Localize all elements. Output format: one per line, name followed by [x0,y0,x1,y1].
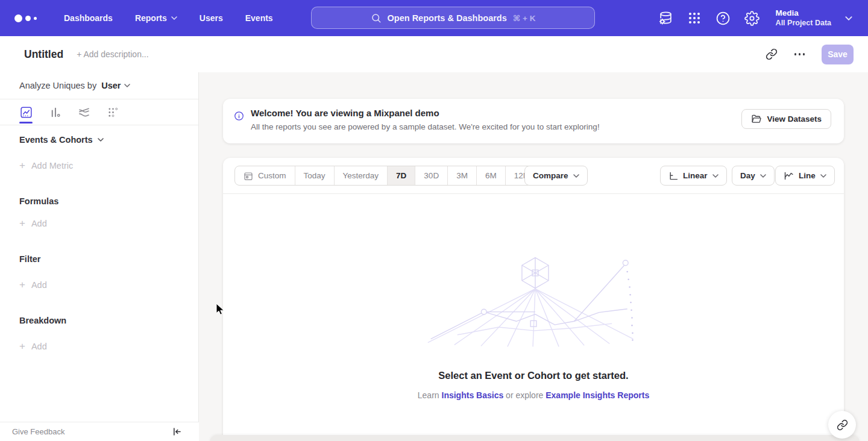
chart-type-dropdown[interactable]: Line [775,166,835,186]
analyze-label: Analyze Uniques by [19,81,96,90]
save-button[interactable]: Save [822,45,854,64]
mixpanel-logo[interactable] [14,14,41,22]
primary-nav: Dashboards Reports Users Events [64,13,273,23]
add-breakdown-button[interactable]: + Add [19,341,47,351]
add-metric-button[interactable]: + Add Metric [19,160,73,170]
top-nav-bar: Dashboards Reports Users Events Open Rep… [0,0,868,36]
folder-icon [751,114,761,124]
search-shortcut: ⌘ + K [513,13,536,23]
range-yesterday[interactable]: Yesterday [334,166,388,185]
nav-users-label: Users [200,13,223,23]
section-formulas: Formulas [19,196,58,206]
section-events-cohorts-label: Events & Cohorts [19,135,93,145]
range-6m[interactable]: 6M [476,166,505,185]
chart-controls: Custom Today Yesterday 7D 30D 3M 6M 12M … [223,158,844,194]
analyze-value: User [101,81,121,90]
tab-bar-chart[interactable] [49,106,61,118]
range-6m-label: 6M [485,171,497,180]
range-30d[interactable]: 30D [415,166,447,185]
range-3m-label: 3M [456,171,468,180]
insights-chart-card: Custom Today Yesterday 7D 30D 3M 6M 12M … [223,158,844,441]
plus-icon: + [19,218,25,228]
view-datasets-button[interactable]: View Datasets [741,109,831,129]
table-section-peek [210,435,860,441]
nav-events[interactable]: Events [245,13,273,23]
analyze-row: Analyze Uniques by User [0,72,198,99]
add-filter-label: Add [31,280,47,290]
nav-dashboards[interactable]: Dashboards [64,13,113,23]
insights-basics-link[interactable]: Insights Basics [442,390,504,400]
compare-label: Compare [533,171,568,180]
compare-dropdown[interactable]: Compare [524,166,588,186]
give-feedback-link[interactable]: Give Feedback [12,427,64,436]
chevron-down-icon [171,16,177,20]
axis-icon [668,171,678,181]
chevron-down-icon [820,174,826,178]
banner-title: Welcome! You are viewing a Mixpanel demo [251,108,439,118]
info-icon [234,111,244,121]
nav-reports-label: Reports [135,13,167,23]
search-icon [371,13,382,23]
section-filter-label: Filter [19,254,40,264]
view-datasets-label: View Datasets [767,114,822,124]
welcome-banner: Welcome! You are viewing a Mixpanel demo… [223,99,844,143]
project-name: Media [776,8,831,19]
section-breakdown-label: Breakdown [19,316,66,325]
tab-metrics-grid[interactable] [107,106,119,118]
more-options-icon[interactable] [792,51,808,58]
add-formula-button[interactable]: + Add [19,218,47,228]
visualization-tabs [0,99,198,125]
analyze-value-dropdown[interactable]: User [101,81,130,90]
gear-icon[interactable] [744,11,760,26]
chart-type-label: Line [799,171,816,180]
range-3m[interactable]: 3M [447,166,476,185]
date-range-group: Custom Today Yesterday 7D 30D 3M 6M 12M [234,166,539,186]
project-switcher[interactable]: Media All Project Data [776,8,831,28]
range-today-label: Today [304,171,326,180]
range-30d-label: 30D [424,171,439,180]
nav-reports[interactable]: Reports [135,13,177,23]
collapse-sidebar-icon[interactable] [172,427,182,437]
plus-icon: + [19,160,25,170]
global-search-input[interactable]: Open Reports & Dashboards ⌘ + K [311,7,595,29]
nav-users[interactable]: Users [200,13,223,23]
project-scope: All Project Data [776,19,831,28]
add-filter-button[interactable]: + Add [19,280,47,290]
copy-link-icon[interactable] [766,48,778,60]
tab-flow[interactable] [78,106,90,118]
help-icon[interactable] [715,11,731,26]
add-metric-label: Add Metric [31,161,73,170]
scale-label: Linear [683,171,708,180]
nav-dashboards-label: Dashboards [64,13,113,23]
scale-dropdown[interactable]: Linear [660,166,727,186]
example-reports-link[interactable]: Example Insights Reports [546,390,649,400]
link-icon [837,419,848,431]
share-link-button[interactable] [828,411,856,439]
report-title[interactable]: Untitled [24,48,63,61]
plus-icon: + [19,280,25,290]
tab-line-chart[interactable] [20,106,32,118]
range-custom-label: Custom [258,171,286,180]
range-custom[interactable]: Custom [235,166,295,185]
data-management-icon[interactable] [658,11,673,26]
section-events-cohorts[interactable]: Events & Cohorts [19,135,104,145]
report-description-placeholder[interactable]: + Add description... [77,49,148,59]
apps-grid-icon[interactable] [687,11,702,25]
line-chart-icon [20,107,32,118]
section-filter: Filter [19,254,40,264]
range-today[interactable]: Today [295,166,334,185]
section-breakdown: Breakdown [19,316,66,325]
plus-icon: + [19,341,25,351]
range-7d[interactable]: 7D [387,166,415,185]
top-right-actions: Media All Project Data [658,0,868,36]
links-connector: or explore [506,390,543,400]
empty-state-links: Learn Insights Basics or explore Example… [223,390,844,400]
search-placeholder: Open Reports & Dashboards [388,13,507,23]
main-content: Welcome! You are viewing a Mixpanel demo… [199,72,868,441]
interval-dropdown[interactable]: Day [732,166,775,186]
chevron-down-icon [124,84,130,87]
chevron-down-icon[interactable] [845,16,852,20]
add-breakdown-label: Add [31,342,47,351]
sidebar-footer: Give Feedback [0,422,199,441]
report-actions: Save [766,45,854,64]
